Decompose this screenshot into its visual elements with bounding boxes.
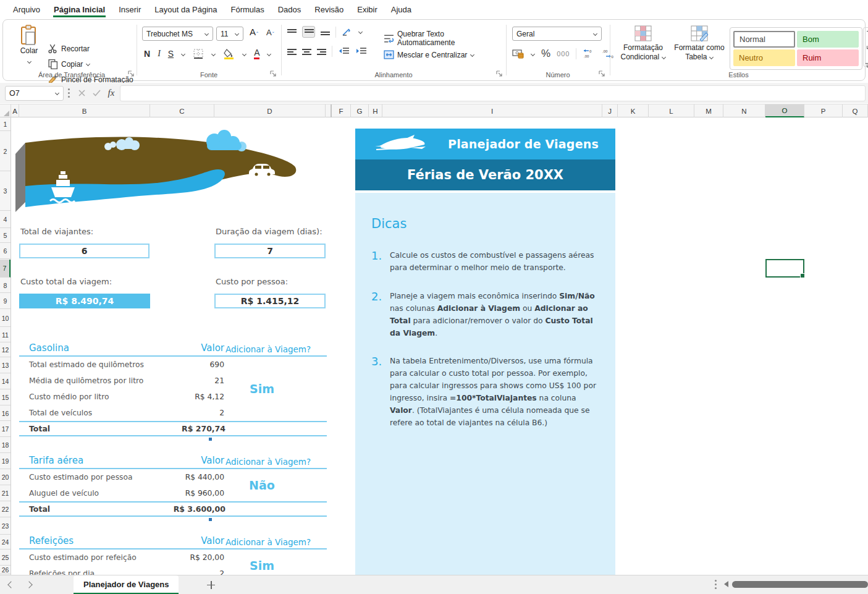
row-header-25[interactable]: 25 — [0, 550, 11, 566]
column-header-K[interactable]: K — [618, 104, 649, 117]
scroll-left-icon[interactable] — [724, 581, 728, 587]
number-dialog-launcher-icon[interactable] — [597, 69, 606, 78]
row-header-23[interactable]: 23 — [0, 518, 11, 535]
total-cost-cell[interactable]: R$ 8.490,74 — [19, 294, 150, 308]
decrease-decimal-icon[interactable]: ,00 0 — [601, 48, 613, 59]
orientation-dropdown-icon[interactable] — [358, 30, 363, 34]
font-color-button[interactable]: A — [254, 48, 259, 59]
column-header-O[interactable]: O — [765, 104, 804, 117]
table-total-row[interactable]: TotalR$ 270,74 — [19, 421, 327, 436]
cell-style-neutro[interactable]: Neutro — [733, 49, 795, 66]
align-left-icon[interactable] — [287, 48, 297, 56]
row-header-11[interactable]: 11 — [0, 328, 11, 342]
shrink-font-button[interactable]: Aˇ — [264, 27, 276, 38]
merge-dropdown-icon[interactable] — [470, 53, 474, 57]
insert-function-button[interactable]: fx — [104, 86, 119, 101]
underline-dropdown-icon[interactable] — [181, 52, 185, 56]
row-header-4[interactable]: 4 — [0, 211, 11, 228]
fill-color-button[interactable] — [223, 48, 235, 59]
menu-tab-página-inicial[interactable]: Página Inicial — [47, 1, 112, 19]
row-header-3[interactable]: 3 — [0, 172, 11, 211]
column-header-P[interactable]: P — [804, 104, 843, 117]
format-as-table-button[interactable]: Formatar como Tabela — [672, 25, 727, 62]
column-header-A[interactable]: A — [11, 104, 19, 117]
font-color-dropdown-icon[interactable] — [267, 52, 271, 56]
paste-dropdown-icon[interactable] — [27, 59, 32, 64]
paste-button[interactable]: Colar — [15, 25, 43, 66]
select-all-corner[interactable] — [0, 104, 11, 117]
italic-button[interactable]: I — [158, 49, 161, 59]
alignment-dialog-launcher-icon[interactable] — [495, 69, 504, 78]
row-header-16[interactable]: 16 — [0, 406, 11, 421]
row-header-5[interactable]: 5 — [0, 229, 11, 243]
row-header-18[interactable]: 18 — [0, 438, 11, 453]
underline-button[interactable]: S — [168, 49, 174, 59]
column-header-Q[interactable]: Q — [843, 104, 868, 117]
row-header-20[interactable]: 20 — [0, 470, 11, 485]
table-row[interactable]: Total de veículos2 — [19, 405, 327, 421]
column-header-G[interactable]: G — [351, 104, 369, 117]
decision-cell[interactable]: Não — [206, 478, 318, 492]
clipboard-dialog-launcher-icon[interactable] — [127, 69, 135, 78]
decision-cell[interactable]: Sim — [206, 382, 318, 396]
align-bottom-icon[interactable] — [321, 28, 330, 36]
column-header-F[interactable]: F — [332, 104, 351, 117]
scrollbar-thumb[interactable] — [732, 581, 868, 588]
wrap-text-button[interactable]: Quebrar Texto Automaticamente — [381, 28, 505, 48]
number-format-select[interactable]: Geral — [512, 27, 602, 41]
font-dialog-launcher-icon[interactable] — [269, 69, 277, 78]
column-header-D[interactable]: D — [214, 104, 326, 117]
formula-input[interactable] — [120, 85, 866, 101]
row-header-1[interactable]: 1 — [0, 117, 11, 131]
row-header-15[interactable]: 15 — [0, 390, 11, 405]
scrollbar-handle[interactable] — [715, 583, 717, 585]
decrease-indent-icon[interactable] — [338, 47, 350, 56]
row-header-2[interactable]: 2 — [0, 132, 11, 171]
next-sheet-icon[interactable] — [27, 582, 33, 588]
menu-tab-exibir[interactable]: Exibir — [350, 1, 384, 19]
percent-style-button[interactable]: % — [541, 48, 550, 60]
decision-cell[interactable]: Sim — [206, 559, 318, 572]
row-header-12[interactable]: 12 — [0, 343, 11, 357]
formula-bar-handle[interactable] — [68, 92, 70, 94]
bold-button[interactable]: N — [144, 49, 150, 59]
orientation-button[interactable] — [342, 27, 353, 37]
row-header-7[interactable]: 7 — [0, 260, 11, 278]
cancel-entry-button[interactable] — [74, 86, 89, 101]
column-header-L[interactable]: L — [649, 104, 694, 117]
font-name-select[interactable]: Trebuchet MS — [142, 27, 213, 41]
column-header-B[interactable]: B — [19, 104, 150, 117]
gallery-more-icon[interactable] — [866, 63, 868, 64]
menu-tab-dados[interactable]: Dados — [271, 1, 308, 19]
row-header-10[interactable]: 10 — [0, 310, 11, 327]
borders-dropdown-icon[interactable] — [211, 52, 216, 56]
cell-style-bom[interactable]: Bom — [797, 31, 859, 48]
total-travelers-cell[interactable]: 6 — [19, 244, 150, 258]
trip-duration-cell[interactable]: 7 — [214, 244, 326, 258]
row-header-26[interactable]: 26 — [0, 566, 11, 574]
horizontal-scrollbar[interactable] — [710, 580, 868, 588]
increase-decimal-icon[interactable]: 0 ,00 — [583, 48, 595, 59]
active-sheet-tab[interactable]: Planejador de Viagens — [74, 575, 179, 594]
menu-tab-fórmulas[interactable]: Fórmulas — [224, 1, 271, 19]
merge-center-button[interactable]: Mesclar e Centralizar — [381, 48, 477, 61]
column-header-C[interactable]: C — [150, 104, 214, 117]
menu-tab-ajuda[interactable]: Ajuda — [384, 1, 418, 19]
column-header-I[interactable]: I — [382, 104, 602, 117]
row-header-14[interactable]: 14 — [0, 374, 11, 389]
row-header-13[interactable]: 13 — [0, 358, 11, 373]
column-header-M[interactable]: M — [694, 104, 723, 117]
cut-button[interactable]: Recortar — [45, 42, 92, 55]
borders-button[interactable] — [193, 48, 204, 59]
cell-style-normal[interactable]: Normal — [733, 31, 795, 48]
row-header-9[interactable]: 9 — [0, 294, 11, 309]
row-header-6[interactable]: 6 — [0, 244, 11, 259]
menu-tab-layout-da-página[interactable]: Layout da Página — [148, 1, 224, 19]
gallery-scroll-down-icon[interactable] — [866, 44, 868, 50]
copy-dropdown-icon[interactable] — [86, 62, 90, 66]
menu-tab-inserir[interactable]: Inserir — [112, 1, 148, 19]
row-header-19[interactable]: 19 — [0, 454, 11, 469]
copy-button[interactable]: Copiar — [45, 57, 93, 70]
cell-style-ruim[interactable]: Ruim — [797, 49, 859, 66]
row-header-17[interactable]: 17 — [0, 422, 11, 437]
